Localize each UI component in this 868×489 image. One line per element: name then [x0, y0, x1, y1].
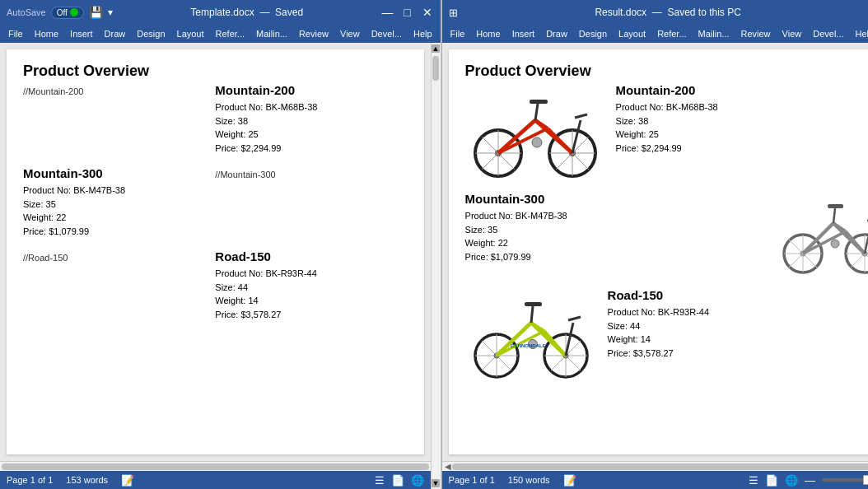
right-h-scroll-left[interactable]: ◀: [444, 463, 452, 470]
dropdown-icon[interactable]: ▾: [108, 7, 113, 18]
road150-bike-image: CANNONDALE: [465, 288, 597, 379]
autosave-label: AutoSave: [7, 7, 46, 17]
mountain300-left: Mountain-300 Product No: BK-M47B-38 Size…: [23, 166, 215, 238]
right-doc-title: Result.docx: [595, 7, 646, 18]
right-status-bar: Page 1 of 1 150 words 📝 ☰ 📄 🌐 — +: [442, 471, 868, 489]
right-layout-view-icon[interactable]: ☰: [749, 474, 758, 487]
left-v-scrollbar[interactable]: ▲ ▼: [431, 43, 441, 489]
menu-mailings[interactable]: Mailin...: [251, 27, 292, 40]
road150-details: Road-150 Product No: BK-R93R-44 Size: 44…: [215, 249, 407, 321]
autosave-toggle[interactable]: Off: [51, 7, 84, 19]
zoom-out-button[interactable]: —: [805, 474, 815, 487]
left-heading: Product Overview: [23, 63, 408, 80]
review-icon[interactable]: 📝: [121, 474, 134, 487]
road150-placeholder: //Road-150: [23, 249, 215, 321]
right-menu-view[interactable]: View: [777, 27, 807, 40]
svg-line-34: [803, 223, 833, 254]
web-view-icon[interactable]: 🌐: [411, 474, 424, 487]
toggle-dot: [70, 8, 78, 16]
right-menu-file[interactable]: File: [446, 27, 470, 40]
zoom-control[interactable]: [822, 478, 868, 482]
right-mountain200-img-container: [465, 83, 609, 180]
left-doc-page: Product Overview //Mountain-200 Mountain…: [7, 49, 424, 454]
left-word-count: 153 words: [66, 475, 108, 485]
left-page-info: Page 1 of 1: [7, 475, 53, 485]
menu-draw[interactable]: Draw: [100, 27, 131, 40]
right-read-view-icon[interactable]: 📄: [765, 474, 778, 487]
menu-insert[interactable]: Insert: [65, 27, 98, 40]
right-web-view-icon[interactable]: 🌐: [785, 474, 798, 487]
right-review-icon[interactable]: 📝: [563, 474, 576, 487]
right-menu-draw[interactable]: Draw: [541, 27, 572, 40]
mountain300-bike-image: [774, 192, 868, 274]
right-road150-img-container: CANNONDALE: [465, 288, 601, 381]
right-mountain200-details: Mountain-200 Product No: BK-M68B-38 Size…: [616, 83, 868, 155]
menu-layout[interactable]: Layout: [172, 27, 209, 40]
mountain300-placeholder: //Mountain-300: [215, 166, 407, 238]
svg-point-21: [532, 137, 542, 147]
right-road150-section: CANNONDALE Road-150 Product No: BK-R93R-…: [465, 288, 868, 381]
svg-line-19: [572, 120, 581, 153]
right-doc-page: Product Overview: [449, 49, 868, 454]
left-title-bar: AutoSave Off 💾 ▾ Template.docx — Saved —…: [0, 0, 441, 25]
left-scroll-thumb[interactable]: [432, 56, 439, 81]
menu-help[interactable]: Help: [408, 27, 437, 40]
svg-point-43: [831, 240, 839, 248]
right-menu-bar: File Home Insert Draw Design Layout Refe…: [442, 25, 868, 43]
save-icon[interactable]: 💾: [89, 6, 103, 19]
left-scroll-down[interactable]: ▼: [432, 479, 440, 487]
right-heading: Product Overview: [465, 63, 868, 80]
autosave-state: Off: [57, 8, 68, 17]
svg-line-41: [865, 223, 868, 254]
right-menu-insert[interactable]: Insert: [507, 27, 540, 40]
svg-rect-62: [525, 302, 542, 306]
svg-line-20: [575, 114, 587, 118]
mountain300-section: Mountain-300 Product No: BK-M47B-38 Size…: [23, 166, 408, 238]
maximize-button[interactable]: □: [401, 6, 414, 19]
left-h-scroll-thumb[interactable]: [2, 463, 429, 470]
right-h-scrollbar[interactable]: ◀ ▶: [442, 461, 868, 471]
mountain200-bike-image: [465, 83, 605, 178]
right-menu-home[interactable]: Home: [471, 27, 505, 40]
layout-view-icon[interactable]: ☰: [375, 474, 385, 487]
svg-line-39: [833, 208, 835, 223]
mountain200-details: Mountain-200 Product No: BK-M68B-38 Size…: [215, 83, 407, 155]
right-word-count: 150 words: [508, 475, 550, 485]
right-mountain300-img-container: [774, 192, 868, 277]
svg-text:CANNONDALE: CANNONDALE: [511, 343, 546, 348]
menu-design[interactable]: Design: [132, 27, 170, 40]
left-scroll-up[interactable]: ▲: [432, 44, 440, 53]
right-menu-layout[interactable]: Layout: [614, 27, 651, 40]
menu-review[interactable]: Review: [294, 27, 334, 40]
mountain200-section: //Mountain-200 Mountain-200 Product No: …: [23, 83, 408, 155]
close-button[interactable]: ✕: [421, 6, 434, 19]
right-menu-design[interactable]: Design: [574, 27, 612, 40]
menu-file[interactable]: File: [3, 27, 28, 40]
right-menu-help[interactable]: Help: [851, 27, 868, 40]
menu-developer[interactable]: Devel...: [366, 27, 407, 40]
right-menu-references[interactable]: Refer...: [652, 27, 691, 40]
svg-rect-40: [828, 204, 843, 208]
svg-rect-18: [530, 100, 548, 104]
right-road150-details: Road-150 Product No: BK-R93R-44 Size: 44…: [608, 288, 868, 360]
menu-view[interactable]: View: [335, 27, 365, 40]
right-mountain300-section: Mountain-300 Product No: BK-M47B-38 Size…: [465, 192, 868, 277]
minimize-button[interactable]: —: [381, 6, 394, 19]
right-title-bar: ⊞ Result.docx — Saved to this PC — ❐ ✕: [442, 0, 868, 25]
menu-references[interactable]: Refer...: [211, 27, 250, 40]
left-h-scrollbar[interactable]: [0, 461, 431, 471]
read-view-icon[interactable]: 📄: [391, 474, 404, 487]
svg-line-64: [568, 317, 581, 320]
menu-home[interactable]: Home: [30, 27, 63, 40]
right-menu-review[interactable]: Review: [736, 27, 776, 40]
right-expand-icon[interactable]: ⊞: [449, 7, 458, 19]
right-menu-developer[interactable]: Devel...: [808, 27, 848, 40]
right-h-scroll-thumb[interactable]: [452, 463, 868, 470]
right-page-info: Page 1 of 1: [449, 475, 495, 485]
right-mountain200-section: Mountain-200 Product No: BK-M68B-38 Size…: [465, 83, 868, 180]
right-mountain300-details: Mountain-300 Product No: BK-M47B-38 Size…: [465, 192, 774, 263]
right-menu-mailings[interactable]: Mailin...: [693, 27, 735, 40]
left-status-bar: Page 1 of 1 153 words 📝 ☰ 📄 🌐: [0, 471, 431, 489]
svg-line-63: [566, 323, 573, 356]
right-doc-saved-status: Saved to this PC: [667, 7, 740, 18]
